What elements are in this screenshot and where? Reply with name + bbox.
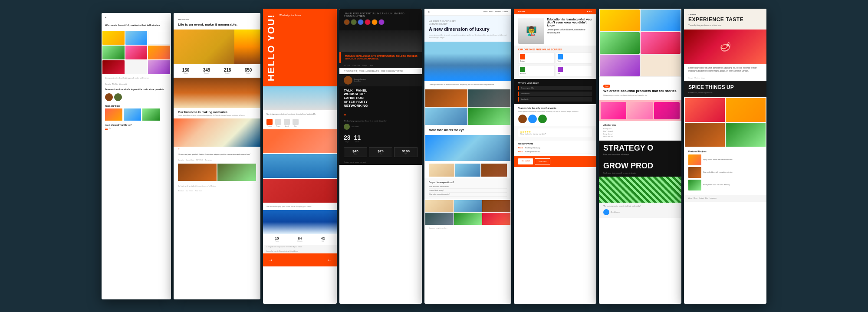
footer-contact[interactable]: Contact (699, 197, 704, 199)
logo-ms: Microsoft (119, 83, 127, 85)
speaker-1 (344, 19, 350, 25)
col-blue (641, 10, 681, 31)
template-card-7[interactable]: New We create beautiful products that te… (599, 9, 681, 304)
footer-instagram[interactable]: Instagram (710, 197, 717, 199)
luxury-nav: ⬡ Home About Services Contact (424, 9, 511, 16)
passion-text: More passionate about helping people mak… (105, 77, 168, 79)
nav-home[interactable]: Home (483, 11, 487, 13)
col-pink (641, 32, 681, 54)
event-name-1: Web Design Workshop (525, 147, 540, 149)
author-name-7: Alex Johnson (611, 211, 620, 213)
stat-label-3: Events (224, 72, 231, 74)
explore-item-2[interactable]: Tech (556, 53, 592, 64)
nav-services[interactable]: Services (495, 11, 501, 13)
footer-menu[interactable]: Menu (694, 197, 697, 199)
testimonial-text-7: "The tools gave us the power to build an… (603, 205, 677, 207)
green-pattern-section (599, 177, 681, 203)
event-logo-1: NETFLIX (344, 65, 350, 66)
room-img-2 (454, 200, 482, 212)
goal-item-3: Land a job (518, 97, 592, 102)
explore-icon-2 (558, 54, 563, 59)
template-card-4[interactable]: LIMITLESS POTENTIAL MEANS UNLIMITED POSS… (339, 9, 422, 304)
arrow-next[interactable]: → (267, 256, 273, 263)
cta-buttons-1: Yes No (105, 128, 168, 130)
food-body-text: Lorem ipsum dolor sit amet, consectetur … (684, 64, 766, 76)
stat-num-2: 349 (203, 68, 210, 72)
cta-link-2[interactable]: No (109, 128, 111, 130)
template-card-3[interactable]: HELLO YOU! We design the future We desig… (263, 9, 337, 304)
template-card-2[interactable]: ●●● ▬▬ ▬▬ Life is an event, make it memo… (174, 13, 260, 299)
food-image-2 (174, 78, 260, 108)
we-create-section: New We create beautiful products that te… (599, 77, 681, 101)
teamwork-avatars (518, 115, 592, 123)
template-card-8[interactable]: ● ▬ ▬ ▬ EXPERIENCE TASTE The only thing … (684, 9, 766, 304)
edu-hero-content: Education is learning what you didn't ev… (547, 18, 592, 34)
footer-about[interactable]: About (688, 197, 692, 199)
cta-link-1[interactable]: Yes (105, 128, 108, 130)
team-av-1 (518, 115, 527, 123)
faq-item-3[interactable]: What is the cancellation policy? (429, 193, 507, 197)
faq-title: Do you have questions? (429, 181, 507, 184)
nav-bar-1: ● (102, 13, 171, 21)
event-logo-3: Google (362, 65, 367, 66)
arch-text-2: We're not changing your home, we're chan… (263, 204, 337, 209)
arch-stat-label-1: Years (275, 240, 279, 242)
food-logo-1: Google (688, 77, 693, 79)
blog-section-1: From our blog (102, 103, 171, 122)
faq-item-2[interactable]: How do I book a stay? (429, 189, 507, 193)
food-col-3 (685, 123, 725, 147)
we-create-title: We create beautiful products that tell s… (603, 89, 677, 93)
cta-secondary-btn[interactable]: Learn more (535, 158, 550, 164)
stat-4: 650 Clients (245, 68, 252, 74)
recipe-section: Featured Recipes Spicy Grilled Chicken w… (684, 148, 766, 195)
color-cell-purple (148, 60, 170, 74)
partner-4: Amazon (205, 159, 212, 161)
grow-section: GROW PROD Scale your business with prove… (599, 159, 681, 177)
pricing-section: $45 Basic $79 Pro $199 VIP (339, 145, 422, 160)
nav-about[interactable]: About (489, 11, 493, 13)
cta-section-1: Has it changed your life yet? Yes No (102, 122, 171, 131)
arch-link-text: Love what you do. Design instead of just… (263, 249, 337, 253)
footer-link-1[interactable]: About us (178, 190, 184, 192)
stats-row-2: 150 Dishes 349 Reviews 218 Events 650 Cl… (174, 64, 260, 78)
explore-item-4[interactable]: Arts (556, 65, 592, 76)
template-card-5[interactable]: ⬡ Home About Services Contact We make th… (424, 9, 511, 304)
cta-section-6: Get started Learn more (514, 156, 596, 167)
explore-label-2: Tech (558, 60, 591, 62)
template-card-1[interactable]: ● We create beautiful products that tell… (102, 13, 171, 299)
speaker-preview: Keynote SpeakerJohn Doe (339, 74, 422, 86)
footer-link-2[interactable]: Our events (186, 190, 193, 192)
price-label-2: Pro (372, 153, 389, 155)
we-create-desc: Whatever your vision, we have the tools … (603, 94, 677, 97)
stat-label-1: Dishes (182, 72, 190, 74)
nav-contact[interactable]: Contact (503, 11, 508, 13)
events-section: Weekly events Mar 15 Web Design Workshop… (514, 141, 596, 156)
blog-img-3 (142, 108, 160, 121)
explore-item-1[interactable]: Design (518, 53, 555, 64)
spice-title: SPICE THINGS UP (688, 84, 762, 90)
goal-title: What's your goal? (518, 82, 592, 84)
faq-item-1[interactable]: What amenities are included? (429, 185, 507, 189)
edu-hero-title: Education is learning what you didn't ev… (547, 18, 592, 27)
luxury-body-text: Lorem ipsum dolor sit amet consectetur a… (429, 83, 507, 86)
arch-stat-label-2: Projects (298, 240, 302, 242)
template-card-6[interactable]: EduStar ★★★ 👨‍🏫 Education is learning wh… (514, 9, 596, 304)
bottom-links-2: About us Our events Read more (174, 189, 260, 193)
event-row-1: Mar 15 Web Design Workshop (518, 146, 592, 150)
pool-overlay (424, 68, 511, 81)
arch-stat-1: 15 Years (275, 236, 279, 242)
food-col-1 (685, 98, 725, 122)
small-img-2 (455, 164, 481, 177)
main-speaker-avatar (344, 76, 352, 85)
arch-img-orange (263, 129, 337, 153)
footer-link-3[interactable]: Read more (195, 190, 202, 192)
room-img-3 (482, 200, 510, 212)
logos-event: NETFLIX Coca-Cola Google Meta (339, 63, 422, 68)
arrow-prev[interactable]: ← (326, 256, 332, 263)
arch-icon-3: Awards (284, 119, 290, 127)
explore-item-3[interactable]: Business (518, 65, 555, 76)
cta-primary-btn[interactable]: Get started (518, 158, 533, 164)
quote-name: Jane Smith (351, 126, 359, 128)
count-hours-label: Hours (354, 141, 361, 143)
footer-blog[interactable]: Blog (705, 197, 708, 199)
